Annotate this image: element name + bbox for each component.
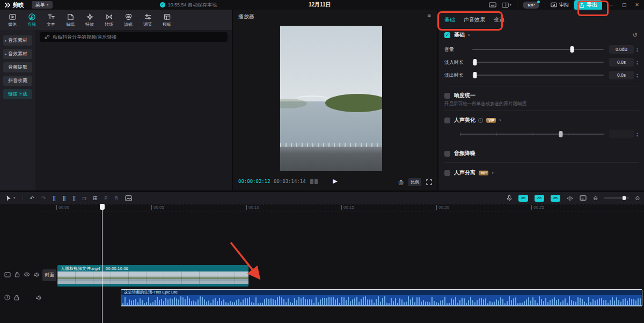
- rotate-icon[interactable]: R: [114, 195, 118, 201]
- speaker-icon[interactable]: [36, 295, 42, 300]
- player-menu-icon[interactable]: ≡: [428, 12, 431, 18]
- sidebar-item-link-download[interactable]: 链接下载: [3, 89, 32, 99]
- tab-filters[interactable]: 滤镜: [119, 12, 138, 27]
- delete-right-icon[interactable]: ][: [72, 195, 76, 201]
- lock-icon[interactable]: [14, 295, 19, 300]
- close-button[interactable]: ✕: [633, 2, 641, 8]
- divider: [545, 2, 545, 8]
- tab-text[interactable]: 文本: [41, 12, 61, 27]
- loudness-checkbox[interactable]: [444, 93, 450, 99]
- audio-clip[interactable]: 这史诗般的生活-This Epic Life: [121, 289, 642, 306]
- lock-icon[interactable]: [14, 271, 20, 277]
- expand-tracks-icon[interactable]: [567, 195, 573, 201]
- volume-stepper[interactable]: ▲▼: [636, 47, 639, 52]
- mirror-icon[interactable]: P: [104, 195, 107, 201]
- video-preview[interactable]: [280, 26, 382, 171]
- preview-road-railing: [280, 146, 382, 171]
- fade-in-stepper[interactable]: ▲▼: [636, 60, 639, 65]
- basic-checkbox[interactable]: ✓: [444, 32, 450, 38]
- fade-in-value[interactable]: 0.0s: [609, 58, 634, 67]
- vocal-separation-checkbox[interactable]: [444, 170, 450, 176]
- select-tool-icon[interactable]: ▾: [5, 195, 16, 202]
- sidebar-item-douyin-favorites[interactable]: 抖音收藏: [3, 76, 32, 86]
- record-voiceover-mic-icon[interactable]: [507, 195, 512, 202]
- link-preview-toggle[interactable]: [535, 195, 544, 202]
- zoom-out-icon[interactable]: ⊖: [593, 195, 597, 201]
- audio-waveform: [122, 296, 641, 305]
- eye-icon[interactable]: [24, 272, 30, 277]
- tab-basic[interactable]: 基础: [444, 16, 455, 24]
- menu-button[interactable]: 菜单 ▾: [32, 1, 53, 9]
- timeline[interactable]: 00:00 00:05 00:10 00:15 00:20 00:25 封面 无…: [0, 204, 644, 323]
- speaker-icon[interactable]: [34, 272, 40, 277]
- fade-in-slider[interactable]: [472, 59, 604, 65]
- divider: [23, 195, 23, 201]
- snapshot-icon[interactable]: ◎: [398, 179, 404, 186]
- fade-out-stepper[interactable]: ▲▼: [636, 73, 639, 78]
- tab-media[interactable]: 媒体: [3, 12, 22, 27]
- preview-axis-toggle[interactable]: [551, 195, 560, 202]
- sidebar-item-audio-extract[interactable]: 音频提取: [3, 62, 32, 72]
- fade-out-slider[interactable]: [472, 72, 604, 78]
- collapse-caret-icon[interactable]: ∨: [499, 118, 501, 122]
- screen-record-icon[interactable]: [580, 195, 587, 201]
- track-display-icon[interactable]: [4, 272, 11, 277]
- crop-image-icon[interactable]: [125, 195, 132, 201]
- zoom-fit-icon[interactable]: ⊙: [635, 195, 640, 201]
- layout-panel-icon[interactable]: ▾: [502, 2, 512, 8]
- playhead-handle[interactable]: [100, 204, 105, 210]
- review-button[interactable]: 审阅: [551, 2, 569, 9]
- voice-beautify-slider[interactable]: [460, 131, 604, 137]
- collapse-caret-icon[interactable]: ∧: [467, 33, 470, 37]
- timeline-zoom-slider[interactable]: [604, 195, 629, 201]
- maximize-button[interactable]: ▢: [620, 2, 628, 8]
- frame-display-icon[interactable]: [310, 179, 318, 184]
- sidebar-item-music[interactable]: ▸ 音乐素材: [3, 35, 32, 46]
- undo-icon[interactable]: ↶: [30, 195, 34, 201]
- snap-magnet-toggle[interactable]: [518, 195, 528, 202]
- redo-icon[interactable]: ↷: [41, 195, 46, 201]
- tab-adjust[interactable]: 调节: [138, 12, 157, 27]
- playhead-line[interactable]: [102, 204, 103, 323]
- beat-detect-icon[interactable]: [4, 295, 10, 300]
- video-clip-header: 无版权视频文件.mp4 00:00:10:06: [57, 265, 248, 271]
- audio-clip-header: 这史诗般的生活-This Epic Life: [121, 290, 642, 295]
- volume-value[interactable]: 0.0dB: [609, 45, 634, 54]
- tab-transitions[interactable]: 转场: [99, 12, 119, 27]
- freeze-frame-icon[interactable]: □: [83, 195, 86, 201]
- reset-icon[interactable]: ↺: [633, 32, 638, 39]
- info-icon[interactable]: i: [478, 118, 483, 123]
- cover-button[interactable]: 封面: [42, 269, 56, 281]
- link-input[interactable]: 粘贴抖音分享的视频/音乐链接: [40, 32, 228, 42]
- sidebar-item-sound-effects[interactable]: ▸ 音效素材: [3, 49, 32, 59]
- tab-sticker[interactable]: 贴纸: [61, 12, 80, 27]
- tab-effects[interactable]: 特效: [80, 12, 99, 27]
- reverse-icon[interactable]: ⊞: [93, 195, 97, 201]
- divider: [444, 111, 639, 111]
- ratio-button[interactable]: 比例: [408, 178, 421, 186]
- audio-clip-baseline: [121, 305, 642, 306]
- delete-left-icon[interactable]: ][: [63, 195, 66, 201]
- fade-in-label: 淡入时长: [444, 59, 472, 66]
- tab-speed[interactable]: 变速: [494, 16, 504, 24]
- filter-icon: [125, 13, 133, 21]
- shortcut-keyboard-icon[interactable]: [489, 2, 496, 8]
- timeline-ruler[interactable]: 00:00 00:05 00:10 00:15 00:20 00:25: [40, 204, 644, 211]
- tab-templates[interactable]: 模板: [157, 12, 177, 27]
- fade-out-value[interactable]: 0.0s: [609, 71, 634, 79]
- tab-sound-effects[interactable]: 声音效果: [464, 16, 485, 24]
- vip-badge[interactable]: VIP: [523, 2, 539, 9]
- play-button[interactable]: ▶: [333, 178, 337, 185]
- export-upload-icon: [579, 2, 584, 8]
- volume-slider[interactable]: [472, 46, 604, 53]
- fullscreen-icon[interactable]: [426, 179, 432, 185]
- collapse-caret-icon[interactable]: ∨: [491, 171, 494, 175]
- minimize-button[interactable]: ─: [608, 2, 615, 8]
- tab-audio[interactable]: 音频: [22, 12, 41, 27]
- video-clip[interactable]: 无版权视频文件.mp4 00:00:10:06: [57, 265, 248, 287]
- split-icon[interactable]: ][: [53, 195, 56, 201]
- player-title: 播放器: [238, 13, 254, 20]
- export-button[interactable]: 导出: [574, 0, 602, 10]
- denoise-checkbox[interactable]: [444, 151, 450, 157]
- voice-beautify-checkbox[interactable]: [444, 118, 450, 123]
